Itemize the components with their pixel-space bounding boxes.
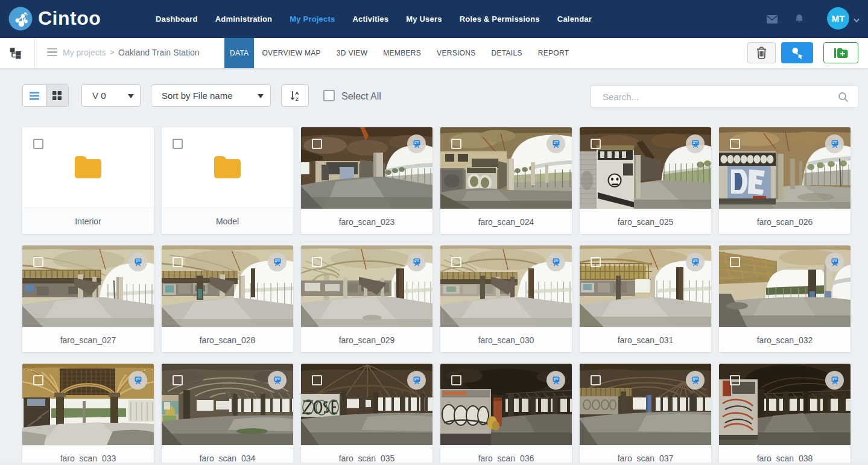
svg-text:Z: Z	[296, 96, 299, 102]
svg-text:A: A	[296, 90, 299, 96]
